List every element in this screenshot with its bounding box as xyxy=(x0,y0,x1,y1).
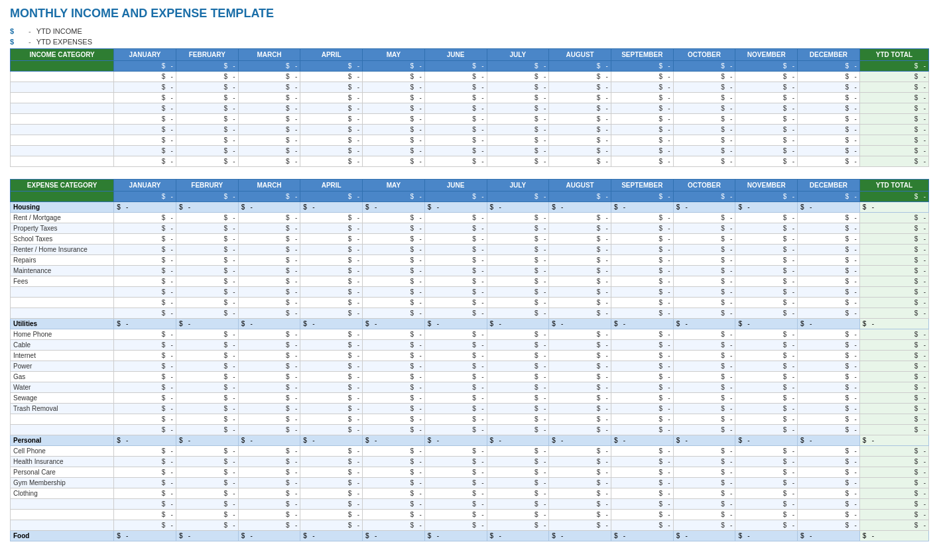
income-cell[interactable]: $ - xyxy=(300,93,363,103)
expense-row-category[interactable]: Water xyxy=(11,382,114,393)
income-cell[interactable]: $ - xyxy=(114,93,176,103)
expense-cell[interactable]: $ - xyxy=(424,245,487,255)
expense-cell[interactable]: $ - xyxy=(798,488,860,499)
expense-cell[interactable]: $ - xyxy=(363,308,425,319)
expense-cell[interactable]: $ - xyxy=(735,223,798,234)
expense-cell[interactable]: $ - xyxy=(176,467,238,478)
income-cell[interactable]: $ - xyxy=(424,82,487,93)
expense-row-category[interactable] xyxy=(11,520,114,531)
expense-cell[interactable]: $ - xyxy=(238,393,300,404)
expense-cell[interactable]: $ - xyxy=(611,404,673,414)
expense-cell[interactable]: $ - xyxy=(673,298,735,308)
expense-cell[interactable]: $ - xyxy=(735,425,798,435)
expense-cell[interactable]: $ - xyxy=(114,467,176,478)
expense-cell[interactable]: $ - xyxy=(363,510,425,520)
income-cell[interactable]: $ - xyxy=(611,156,673,167)
income-cell[interactable]: $ - xyxy=(611,135,673,146)
expense-cell[interactable]: $ - xyxy=(424,372,487,382)
expense-cell[interactable]: $ - xyxy=(735,276,798,287)
income-cell[interactable]: $ - xyxy=(611,82,673,93)
income-row-category[interactable] xyxy=(11,125,114,135)
income-cell[interactable]: $ - xyxy=(176,93,238,103)
expense-cell[interactable]: $ - xyxy=(238,351,300,361)
expense-cell[interactable]: $ - xyxy=(611,298,673,308)
expense-cell[interactable]: $ - xyxy=(176,287,238,298)
income-cell[interactable]: $ - xyxy=(300,125,363,135)
expense-cell[interactable]: $ - xyxy=(735,393,798,404)
expense-cell[interactable]: $ - xyxy=(300,340,363,351)
expense-cell[interactable]: $ - xyxy=(798,425,860,435)
income-cell[interactable]: $ - xyxy=(798,72,860,82)
expense-cell[interactable]: $ - xyxy=(176,478,238,488)
expense-cell[interactable]: $ - xyxy=(363,467,425,478)
expense-cell[interactable]: $ - xyxy=(238,478,300,488)
expense-cell[interactable]: $ - xyxy=(363,499,425,510)
expense-cell[interactable]: $ - xyxy=(735,351,798,361)
expense-cell[interactable]: $ - xyxy=(424,255,487,266)
expense-cell[interactable]: $ - xyxy=(487,499,549,510)
expense-cell[interactable]: $ - xyxy=(611,351,673,361)
expense-cell[interactable]: $ - xyxy=(611,457,673,467)
expense-cell[interactable]: $ - xyxy=(363,478,425,488)
expense-cell[interactable]: $ - xyxy=(798,223,860,234)
expense-cell[interactable]: $ - xyxy=(673,499,735,510)
expense-cell[interactable]: $ - xyxy=(300,276,363,287)
expense-cell[interactable]: $ - xyxy=(487,372,549,382)
expense-cell[interactable]: $ - xyxy=(114,446,176,457)
expense-cell[interactable]: $ - xyxy=(238,329,300,340)
expense-cell[interactable]: $ - xyxy=(424,467,487,478)
income-cell[interactable]: $ - xyxy=(673,125,735,135)
expense-row-category[interactable]: School Taxes xyxy=(11,234,114,245)
expense-cell[interactable]: $ - xyxy=(363,255,425,266)
expense-cell[interactable]: $ - xyxy=(735,255,798,266)
expense-cell[interactable]: $ - xyxy=(363,298,425,308)
expense-cell[interactable]: $ - xyxy=(424,276,487,287)
expense-cell[interactable]: $ - xyxy=(424,287,487,298)
income-cell[interactable]: $ - xyxy=(549,72,611,82)
expense-cell[interactable]: $ - xyxy=(424,213,487,223)
expense-cell[interactable]: $ - xyxy=(363,329,425,340)
expense-cell[interactable]: $ - xyxy=(114,245,176,255)
income-cell[interactable]: $ - xyxy=(238,146,300,156)
expense-row-category[interactable]: Renter / Home Insurance xyxy=(11,245,114,255)
expense-cell[interactable]: $ - xyxy=(487,340,549,351)
expense-cell[interactable]: $ - xyxy=(176,223,238,234)
expense-cell[interactable]: $ - xyxy=(300,287,363,298)
expense-cell[interactable]: $ - xyxy=(300,298,363,308)
income-cell[interactable]: $ - xyxy=(238,72,300,82)
expense-cell[interactable]: $ - xyxy=(114,276,176,287)
income-cell[interactable]: $ - xyxy=(735,135,798,146)
expense-cell[interactable]: $ - xyxy=(487,446,549,457)
expense-cell[interactable]: $ - xyxy=(176,276,238,287)
expense-cell[interactable]: $ - xyxy=(549,520,611,531)
expense-cell[interactable]: $ - xyxy=(673,213,735,223)
expense-cell[interactable]: $ - xyxy=(487,255,549,266)
expense-cell[interactable]: $ - xyxy=(238,245,300,255)
expense-cell[interactable]: $ - xyxy=(798,414,860,425)
expense-cell[interactable]: $ - xyxy=(798,245,860,255)
expense-cell[interactable]: $ - xyxy=(673,329,735,340)
expense-cell[interactable]: $ - xyxy=(238,520,300,531)
expense-cell[interactable]: $ - xyxy=(611,520,673,531)
expense-cell[interactable]: $ - xyxy=(363,425,425,435)
expense-cell[interactable]: $ - xyxy=(300,255,363,266)
expense-cell[interactable]: $ - xyxy=(611,213,673,223)
income-cell[interactable]: $ - xyxy=(363,135,425,146)
income-cell[interactable]: $ - xyxy=(363,93,425,103)
expense-cell[interactable]: $ - xyxy=(176,298,238,308)
expense-cell[interactable]: $ - xyxy=(176,329,238,340)
income-cell[interactable]: $ - xyxy=(363,72,425,82)
income-cell[interactable]: $ - xyxy=(735,125,798,135)
expense-row-category[interactable] xyxy=(11,414,114,425)
expense-cell[interactable]: $ - xyxy=(549,457,611,467)
expense-cell[interactable]: $ - xyxy=(673,510,735,520)
expense-cell[interactable]: $ - xyxy=(798,382,860,393)
expense-cell[interactable]: $ - xyxy=(363,245,425,255)
expense-cell[interactable]: $ - xyxy=(549,499,611,510)
expense-cell[interactable]: $ - xyxy=(611,223,673,234)
expense-cell[interactable]: $ - xyxy=(798,308,860,319)
income-cell[interactable]: $ - xyxy=(238,93,300,103)
expense-cell[interactable]: $ - xyxy=(735,467,798,478)
income-row-category[interactable] xyxy=(11,156,114,167)
expense-cell[interactable]: $ - xyxy=(363,234,425,245)
